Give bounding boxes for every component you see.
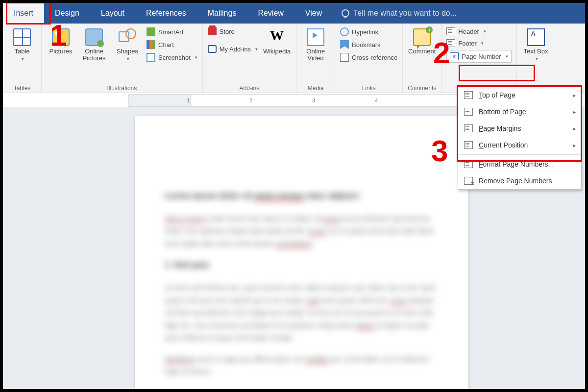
hyperlink-label: Hyperlink [352,28,378,36]
wikipedia-label: Wikipedia [263,48,291,55]
screenshot-label: Screenshot [158,54,191,61]
header-label: Header [458,28,479,35]
header-icon [446,27,455,35]
menu-current-position[interactable]: Current Position ▸ [458,137,581,153]
chart-button[interactable]: Chart [147,39,197,50]
menu-bottom-of-page[interactable]: Bottom of Page ▸ [458,103,581,120]
group-illustrations: Pictures Online Pictures Shapes SmartArt… [42,24,203,93]
format-page-numbers-icon [464,160,473,168]
online-pictures-label: Online Pictures [80,48,108,62]
group-text: A Text Box [516,24,555,93]
screenshot-button[interactable]: Screenshot [147,52,197,63]
current-position-icon [464,141,473,149]
menu-page-margins-label: Page Margins [479,124,521,132]
footer-icon [446,39,455,47]
comment-button[interactable]: Comment [408,26,436,55]
menu-format-page-numbers[interactable]: Format Page Numbers... [458,156,581,172]
tab-mailings[interactable]: Mailings [197,3,247,24]
cross-reference-icon [340,53,349,62]
tab-review[interactable]: Review [247,3,294,24]
group-addins: Store My Add-ins W Wikipedia Add-ins [203,24,296,93]
table-icon [13,28,31,46]
group-media: Online Video Media [296,24,335,93]
bookmark-button[interactable]: Bookmark [340,39,397,50]
store-label: Store [220,28,235,35]
group-links: Hyperlink Bookmark Cross-reference Links [335,24,403,93]
ruler-num-3: 3 [312,98,315,103]
shapes-button[interactable]: Shapes [113,26,142,62]
tab-references[interactable]: References [135,3,197,24]
ruler-num-1: 1 [187,98,190,103]
text-box-icon: A [527,28,545,46]
ribbon-tabs: Insert Design Layout References Mailings… [3,3,585,24]
smartart-button[interactable]: SmartArt [147,26,197,37]
smartart-label: SmartArt [158,28,183,36]
page-number-icon: # [450,52,459,60]
bottom-of-page-icon [464,108,473,116]
group-header-footer: Header Footer # Page Number [441,24,516,93]
tell-me-placeholder: Tell me what you want to do... [353,9,457,18]
store-icon [208,27,217,35]
shapes-label: Shapes [117,48,138,55]
submenu-arrow-icon: ▸ [573,109,576,115]
menu-remove-label: Remove Page Numbers [479,177,552,185]
wikipedia-icon: W [268,28,286,46]
menu-top-of-page[interactable]: Top of Page ▸ [458,87,581,103]
menu-top-of-page-label: Top of Page [479,91,515,99]
page-number-dropdown: Top of Page ▸ Bottom of Page ▸ Page Marg… [458,86,581,190]
pictures-button[interactable]: Pictures [47,26,75,55]
group-illustrations-label: Illustrations [47,84,197,92]
store-button[interactable]: Store [208,26,258,36]
my-addins-label: My Add-ins [220,46,251,53]
document-page[interactable]: Lorem ipsum dolor sit amet consec tetur … [135,116,468,389]
footer-button[interactable]: Footer [446,38,511,48]
menu-format-label: Format Page Numbers... [479,160,554,168]
my-addins-icon [208,45,217,53]
smartart-icon [147,27,155,36]
ribbon: Table Tables Pictures Online Pictures Sh… [3,24,585,93]
cross-reference-button[interactable]: Cross-reference [340,52,397,63]
pictures-icon [52,28,70,46]
menu-bottom-of-page-label: Bottom of Page [479,108,526,116]
group-links-label: Links [340,84,397,92]
submenu-arrow-icon: ▸ [573,143,576,148]
ruler-margin-shade [129,95,191,106]
screenshot-icon [147,53,155,62]
table-label: Table [14,48,29,55]
group-tables: Table Tables [3,24,42,93]
tab-insert[interactable]: Insert [3,3,44,24]
page-margins-icon [464,124,473,132]
online-video-button[interactable]: Online Video [301,26,330,62]
hyperlink-button[interactable]: Hyperlink [340,26,397,37]
table-button[interactable]: Table [8,26,36,62]
submenu-arrow-icon: ▸ [573,93,576,98]
page-number-button[interactable]: # Page Number [446,50,511,63]
online-video-icon [307,28,324,46]
tab-view[interactable]: View [294,3,333,24]
ruler-num-2: 2 [249,98,252,103]
comment-label: Comment [408,48,436,55]
menu-separator [458,154,581,155]
page-number-label: Page Number [462,53,501,60]
online-pictures-icon [85,28,103,46]
ruler-num-4: 4 [375,98,378,103]
online-pictures-button[interactable]: Online Pictures [80,26,108,62]
menu-remove-page-numbers[interactable]: Remove Page Numbers [458,172,581,189]
text-box-button[interactable]: A Text Box [522,26,550,62]
footer-label: Footer [458,40,477,47]
lightbulb-icon [342,9,349,17]
tab-design[interactable]: Design [44,3,90,24]
wikipedia-button[interactable]: W Wikipedia [263,26,291,55]
group-comments-label: Comments [408,84,436,92]
group-tables-label: Tables [8,84,36,92]
chart-icon [147,40,155,49]
menu-page-margins[interactable]: Page Margins ▸ [458,120,581,137]
tell-me-search[interactable]: Tell me what you want to do... [333,3,457,24]
header-button[interactable]: Header [446,26,511,36]
tab-layout[interactable]: Layout [90,3,135,24]
bookmark-icon [340,40,349,49]
my-addins-button[interactable]: My Add-ins [208,44,258,54]
document-body-blurred: Lorem ipsum dolor sit amet consec tetur … [165,189,439,387]
online-video-label: Online Video [301,48,330,62]
group-media-label: Media [301,84,330,92]
